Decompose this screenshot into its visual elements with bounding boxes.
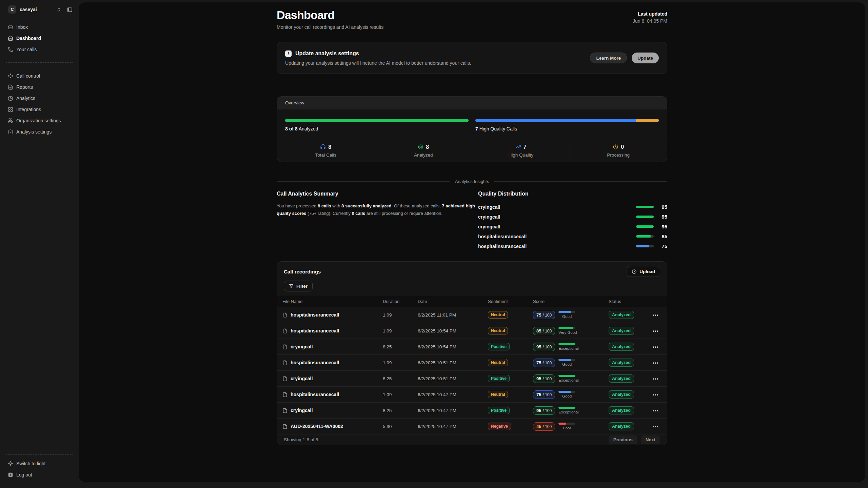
duration: 8:25 bbox=[383, 408, 418, 413]
score-badge: 75/ 100 bbox=[533, 311, 555, 319]
sidebar-toggle-icon[interactable] bbox=[67, 7, 73, 13]
distribution-bar bbox=[636, 206, 654, 208]
file-icon bbox=[282, 344, 288, 349]
workspace-name: caseyai bbox=[20, 7, 37, 12]
recording-row[interactable]: hospitalinsurancecall1:096/2/2025 11:01 … bbox=[277, 307, 667, 323]
sidebar-item-switch-to-light[interactable]: Switch to light bbox=[5, 459, 74, 468]
sidebar-item-dashboard[interactable]: Dashboard bbox=[5, 34, 74, 43]
progress-label: 7 High Quality Calls bbox=[475, 126, 659, 131]
file-icon bbox=[282, 328, 288, 333]
workspace-switcher[interactable]: C caseyai bbox=[5, 5, 74, 14]
distribution-row: cryingcall95 bbox=[478, 222, 667, 231]
sidebar-item-organization-settings[interactable]: Organization settings bbox=[5, 116, 74, 125]
page-header: Dashboard Monitor your call recordings a… bbox=[277, 8, 667, 30]
analysis-settings-icon bbox=[8, 129, 13, 135]
sentiment-badge: Neutral bbox=[488, 391, 508, 398]
sidebar-item-analytics[interactable]: Analytics bbox=[5, 94, 74, 103]
sidebar-item-inbox[interactable]: Inbox bbox=[5, 22, 74, 32]
sidebar-nav-secondary: Call controlReportsAnalyticsIntegrations… bbox=[5, 71, 74, 136]
row-actions-button[interactable]: ••• bbox=[653, 392, 662, 397]
recording-row[interactable]: AUD-20250411-WA00025:306/2/2025 10:47 PM… bbox=[277, 419, 667, 434]
date: 6/2/2025 10:47 PM bbox=[418, 392, 488, 397]
recording-row[interactable]: hospitalinsurancecall1:096/2/2025 10:47 … bbox=[277, 387, 667, 403]
overview-progress: 7 High Quality Calls bbox=[475, 119, 659, 131]
column-sentiment: Sentiment bbox=[488, 299, 533, 304]
sidebar-item-call-control[interactable]: Call control bbox=[5, 71, 74, 80]
update-button[interactable]: Update bbox=[632, 53, 659, 63]
row-actions-button[interactable]: ••• bbox=[653, 376, 662, 381]
table-footer: Showing 1-8 of 8. Previous Next bbox=[277, 434, 667, 445]
column-date: Date bbox=[418, 299, 488, 304]
row-actions-button[interactable]: ••• bbox=[653, 344, 662, 349]
status-badge: Analyzed bbox=[609, 406, 634, 414]
learn-more-button[interactable]: Learn More bbox=[590, 53, 627, 63]
file-icon bbox=[282, 376, 288, 381]
status-badge: Analyzed bbox=[609, 422, 634, 430]
recording-row[interactable]: hospitalinsurancecall1:096/2/2025 10:51 … bbox=[277, 355, 667, 371]
sidebar-item-log-out[interactable]: Log out bbox=[5, 470, 74, 479]
recording-row[interactable]: cryingcall8:256/2/2025 10:47 PMPositive9… bbox=[277, 403, 667, 419]
sidebar-item-reports[interactable]: Reports bbox=[5, 82, 74, 92]
distribution-title: Quality Distribution bbox=[478, 190, 667, 197]
phone-icon bbox=[8, 47, 13, 52]
row-actions-button[interactable]: ••• bbox=[653, 328, 662, 333]
distribution-bar bbox=[636, 216, 654, 218]
date: 6/2/2025 10:51 PM bbox=[418, 360, 488, 365]
sidebar-item-integrations[interactable]: Integrations bbox=[5, 105, 74, 114]
recording-row[interactable]: hospitalinsurancecall1:096/2/2025 10:54 … bbox=[277, 323, 667, 339]
date: 6/2/2025 10:54 PM bbox=[418, 328, 488, 333]
row-actions-button[interactable]: ••• bbox=[653, 408, 662, 413]
page-subtitle: Monitor your call recordings and AI anal… bbox=[277, 24, 383, 30]
main-panel: Dashboard Monitor your call recordings a… bbox=[79, 2, 865, 482]
file-name: hospitalinsurancecall bbox=[291, 360, 339, 365]
chevrons-up-down-icon[interactable] bbox=[56, 7, 61, 12]
file-name: cryingcall bbox=[291, 344, 313, 349]
quality-label: Good bbox=[558, 394, 575, 398]
score-badge: 45/ 100 bbox=[533, 422, 555, 431]
column-duration: Duration bbox=[383, 299, 418, 304]
recording-row[interactable]: cryingcall8:256/2/2025 10:54 PMPositive9… bbox=[277, 339, 667, 355]
upload-button[interactable]: Upload bbox=[627, 266, 660, 277]
file-icon bbox=[282, 312, 288, 318]
inbox-icon bbox=[8, 24, 13, 30]
duration: 8:25 bbox=[383, 376, 418, 381]
org-settings-icon bbox=[8, 118, 13, 123]
insights-section: Call Analytics Summary You have processe… bbox=[277, 190, 667, 251]
sentiment-badge: Positive bbox=[488, 407, 510, 414]
sidebar-divider bbox=[6, 62, 73, 63]
file-icon bbox=[282, 360, 288, 365]
score-bar bbox=[558, 311, 575, 313]
overview-card: Overview 8 of 8 Analyzed7 High Quality C… bbox=[277, 96, 667, 162]
filter-button[interactable]: Filter bbox=[284, 281, 313, 291]
date: 6/2/2025 10:47 PM bbox=[418, 408, 488, 413]
call-recordings-card: Call recordings Upload Filter File NameD… bbox=[277, 261, 667, 445]
date: 6/2/2025 10:47 PM bbox=[418, 424, 488, 429]
file-name: cryingcall bbox=[291, 376, 313, 381]
sidebar-item-your-calls[interactable]: Your calls bbox=[5, 45, 74, 54]
file-name: hospitalinsurancecall bbox=[291, 328, 339, 333]
distribution-bar bbox=[636, 245, 654, 247]
row-actions-button[interactable]: ••• bbox=[653, 424, 662, 429]
home-icon bbox=[8, 36, 13, 41]
sidebar-item-analysis-settings[interactable]: Analysis settings bbox=[5, 127, 74, 136]
recording-row[interactable]: cryingcall8:256/2/2025 10:51 PMPositive9… bbox=[277, 371, 667, 387]
recordings-title: Call recordings bbox=[284, 269, 321, 274]
last-updated-value: Jun 8, 04:05 PM bbox=[633, 18, 667, 24]
row-actions-button[interactable]: ••• bbox=[653, 312, 662, 318]
status-badge: Analyzed bbox=[609, 311, 634, 319]
last-updated-label: Last updated bbox=[633, 11, 667, 17]
logout-icon bbox=[8, 472, 13, 477]
distribution-row: hospitalinsurancecall75 bbox=[478, 241, 667, 251]
previous-button[interactable]: Previous bbox=[609, 435, 637, 444]
banner-description: Updating your analysis settings will fin… bbox=[285, 60, 590, 66]
duration: 1:09 bbox=[383, 312, 418, 318]
score-badge: 85/ 100 bbox=[533, 327, 555, 335]
last-updated: Last updated Jun 8, 04:05 PM bbox=[633, 8, 667, 24]
distribution-bar bbox=[636, 235, 654, 238]
file-icon bbox=[282, 408, 288, 413]
score-bar bbox=[558, 407, 575, 409]
trending-up-icon bbox=[515, 144, 521, 150]
row-actions-button[interactable]: ••• bbox=[653, 360, 662, 365]
quality-distribution: Quality Distribution cryingcall95cryingc… bbox=[478, 190, 667, 251]
next-button[interactable]: Next bbox=[641, 435, 660, 444]
